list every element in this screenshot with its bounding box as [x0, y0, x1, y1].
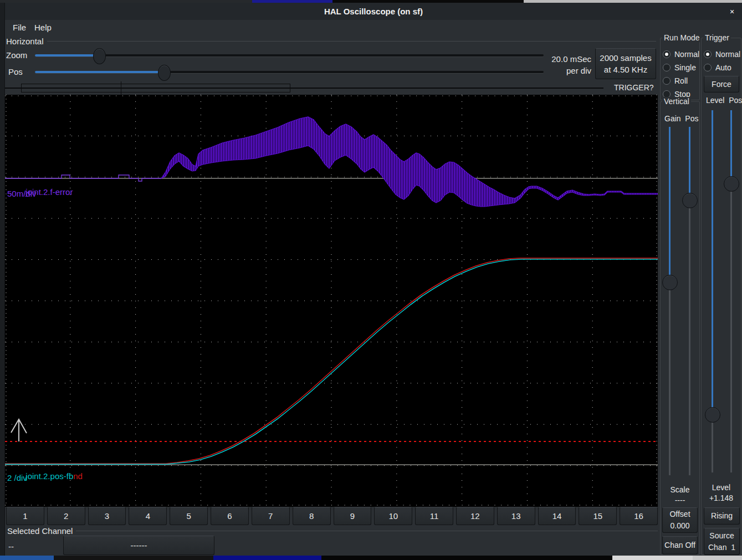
radio-icon[interactable]	[704, 64, 712, 71]
channel-button-6[interactable]: 6	[211, 507, 249, 525]
source-line2: Chan 1	[708, 542, 735, 553]
close-icon[interactable]: ×	[727, 7, 737, 17]
rate-per-div-unit: per div	[520, 65, 591, 76]
vertical-title: Vertical	[662, 97, 691, 106]
radio-icon[interactable]	[663, 64, 671, 71]
level-pos-label: Level Pos	[706, 96, 742, 105]
selected-channel-title: Selected Channel	[7, 526, 73, 536]
trigger-pos-slider-handle[interactable]	[724, 176, 739, 192]
run-mode-option-normal[interactable]: Normal	[663, 48, 699, 61]
vertical-pos-slider-fill	[689, 127, 690, 200]
title-bar[interactable]: HAL Oscilloscope (on sf) ×	[5, 3, 742, 20]
radio-label: Roll	[674, 76, 688, 85]
radio-dot	[665, 53, 668, 56]
run-mode-title: Run Mode	[662, 33, 702, 42]
samples-button[interactable]: 2000 samples at 4.50 KHz	[595, 48, 656, 79]
force-button[interactable]: Force	[704, 76, 739, 93]
zoom-slider-fill	[35, 54, 99, 56]
background-segment	[213, 556, 321, 560]
zoom-slider[interactable]	[35, 54, 544, 56]
selected-channel-frame-line	[76, 531, 658, 531]
channel-button-4[interactable]: 4	[129, 507, 167, 525]
channel-button-13[interactable]: 13	[497, 507, 535, 525]
trigger-level-slider-fill	[712, 110, 713, 414]
channel-button-5[interactable]: 5	[170, 507, 208, 525]
channel-button-12[interactable]: 12	[456, 507, 494, 525]
pos-slider-label: Pos	[8, 67, 23, 76]
channel-button-15[interactable]: 15	[579, 507, 617, 525]
record-trigger-tick	[121, 81, 121, 95]
trigger-level-slider-handle[interactable]	[705, 407, 720, 423]
samples-line2: at 4.50 KHz	[604, 64, 647, 75]
zoom-slider-handle[interactable]	[93, 48, 106, 64]
radio-label: Auto	[715, 63, 731, 72]
background-segment	[0, 556, 54, 560]
horizontal-pos-slider-fill	[35, 71, 164, 73]
radio-label: Normal	[715, 50, 740, 59]
rising-label: Rising	[711, 510, 733, 522]
vertical-pos-slider-handle[interactable]	[682, 193, 698, 208]
channel-button-14[interactable]: 14	[538, 507, 576, 525]
radio-icon[interactable]	[704, 50, 712, 58]
background-segment	[612, 556, 693, 560]
rising-button[interactable]: Rising	[704, 507, 740, 525]
radio-dot	[706, 53, 709, 56]
window-title: HAL Oscilloscope (on sf)	[5, 3, 742, 20]
offset-value: 0.000	[670, 520, 689, 532]
channel-button-7[interactable]: 7	[252, 507, 290, 525]
run-mode-option-roll[interactable]: Roll	[663, 74, 688, 88]
run-mode-option-single[interactable]: Single	[663, 61, 696, 74]
chan-off-label: Chan Off	[664, 540, 695, 551]
background-segment	[54, 556, 213, 560]
trigger-pos-slider[interactable]	[730, 110, 732, 472]
horizontal-frame-line	[47, 41, 656, 42]
rate-per-div: 20.0 mSec	[520, 53, 591, 65]
gain-slider[interactable]	[669, 127, 671, 475]
menu-bar: File Help	[5, 20, 742, 35]
selected-channel-indicator: --	[8, 542, 14, 551]
selected-channel-name: ------	[131, 540, 147, 551]
channel-button-9[interactable]: 9	[334, 507, 372, 525]
record-window-box[interactable]	[21, 84, 290, 93]
samples-line1: 2000 samples	[600, 52, 651, 64]
channel-button-8[interactable]: 8	[293, 507, 331, 525]
vertical-pos-slider[interactable]	[689, 127, 690, 475]
horizontal-pos-slider[interactable]	[35, 71, 544, 73]
channel-button-2[interactable]: 2	[47, 507, 85, 525]
scale-label: Scale	[661, 485, 699, 494]
trigger-option-auto[interactable]: Auto	[704, 61, 731, 74]
background-segment	[321, 556, 612, 560]
desktop: HAL Oscilloscope (on sf) × File Help Hor…	[0, 0, 742, 560]
channel-button-3[interactable]: 3	[88, 507, 126, 525]
radio-label: Normal	[674, 50, 699, 59]
scope-display[interactable]: joint.2.f-error 50m/div joint.2.pos-fbnd…	[5, 95, 658, 507]
offset-label: Offset	[669, 508, 690, 520]
horizontal-pos-slider-handle[interactable]	[158, 65, 171, 81]
trigger-title: Trigger	[703, 33, 731, 42]
channel-button-11[interactable]: 11	[415, 507, 453, 525]
selected-channel-name-button[interactable]: ------	[63, 536, 214, 555]
source-button[interactable]: Source Chan 1	[704, 528, 740, 555]
force-label: Force	[712, 79, 731, 90]
radio-icon[interactable]	[663, 77, 671, 85]
trigger-frame: Trigger NormalAuto Force Level Pos Level…	[701, 38, 741, 555]
trigger-option-normal[interactable]: Normal	[704, 48, 740, 61]
gain-slider-handle[interactable]	[662, 275, 678, 290]
source-line1: Source	[709, 530, 734, 542]
halscope-window: HAL Oscilloscope (on sf) × File Help Hor…	[4, 3, 742, 556]
background-window-bottom-strip	[0, 556, 742, 560]
trace-label-poscmd-tail: nd	[73, 471, 83, 481]
horizontal-frame-title: Horizontal	[6, 37, 44, 46]
menu-file[interactable]: File	[9, 20, 29, 35]
radio-icon[interactable]	[663, 50, 671, 58]
trigger-status-label: TRIGGER?	[614, 83, 654, 92]
channel-button-16[interactable]: 16	[620, 507, 658, 525]
level-label: Level	[702, 483, 741, 492]
offset-button[interactable]: Offset 0.000	[662, 507, 698, 533]
run-mode-frame: Run Mode NormalSingleRollStop	[660, 38, 700, 100]
menu-help[interactable]: Help	[31, 20, 55, 35]
channel-button-1[interactable]: 1	[6, 507, 44, 525]
channel-button-10[interactable]: 10	[374, 507, 412, 525]
radio-label: Single	[674, 63, 696, 72]
chan-off-button[interactable]: Chan Off	[662, 536, 698, 554]
